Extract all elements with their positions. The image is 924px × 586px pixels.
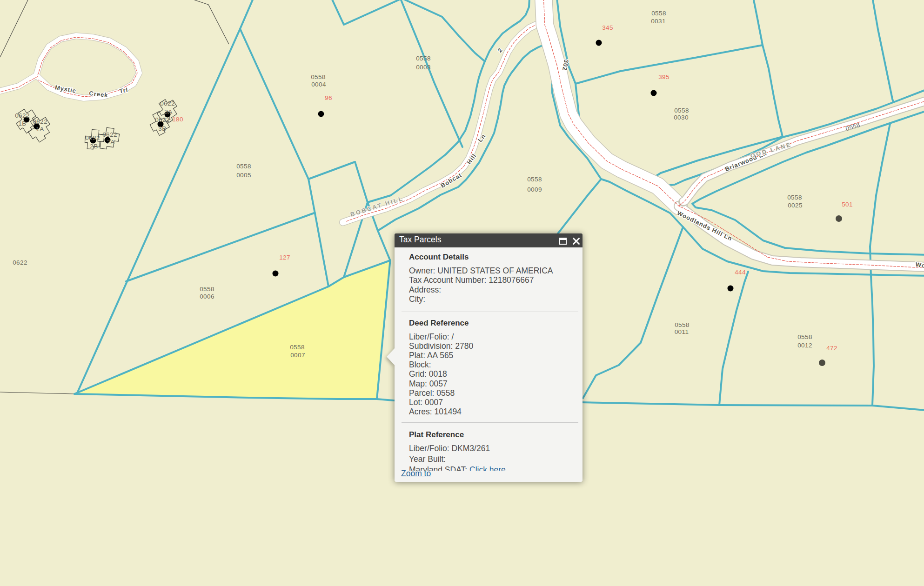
svg-text:0558: 0558: [200, 286, 214, 293]
svg-text:0030: 0030: [674, 114, 689, 121]
svg-text:0622: 0622: [33, 118, 47, 125]
svg-text:1B: 1B: [18, 120, 26, 127]
svg-text:Trl: Trl: [119, 87, 129, 94]
svg-text:0558: 0558: [674, 107, 689, 114]
svg-text:2A: 2A: [107, 139, 114, 146]
svg-text:0006: 0006: [200, 293, 214, 300]
svg-text:0622: 0622: [155, 116, 170, 123]
svg-text:2B: 2B: [90, 143, 98, 150]
svg-text:0558: 0558: [651, 10, 666, 17]
svg-text:96: 96: [325, 94, 332, 101]
svg-text:0011: 0011: [675, 328, 689, 335]
svg-text:0031: 0031: [651, 18, 666, 25]
svg-text:0558: 0558: [236, 163, 251, 170]
svg-text:0622: 0622: [15, 112, 30, 119]
svg-text:0558: 0558: [797, 333, 812, 340]
svg-text:501: 501: [842, 201, 853, 208]
svg-text:Woodlands Hill Ln: Woodlands Hill Ln: [676, 209, 734, 242]
svg-text:0003: 0003: [416, 64, 431, 71]
svg-text:127: 127: [279, 254, 290, 261]
svg-text:0007: 0007: [290, 352, 305, 359]
svg-text:2: 2: [496, 47, 504, 54]
svg-text:395: 395: [658, 73, 670, 80]
svg-text:0558: 0558: [416, 55, 431, 62]
svg-text:180: 180: [172, 116, 183, 123]
svg-text:0025: 0025: [788, 202, 803, 209]
svg-text:0558: 0558: [527, 176, 542, 183]
svg-text:345: 345: [602, 24, 613, 31]
svg-text:0012: 0012: [797, 342, 812, 349]
svg-text:0622: 0622: [160, 100, 175, 107]
svg-text:3A: 3A: [164, 108, 172, 115]
svg-text:0558: 0558: [787, 194, 802, 201]
svg-text:0558: 0558: [675, 321, 690, 328]
svg-text:472: 472: [826, 345, 837, 352]
svg-text:0622: 0622: [85, 134, 100, 141]
svg-text:0558: 0558: [290, 344, 305, 351]
svg-text:0005: 0005: [236, 172, 251, 179]
svg-text:3B: 3B: [158, 125, 166, 132]
svg-text:0004: 0004: [311, 81, 326, 88]
svg-text:0558: 0558: [311, 73, 326, 80]
svg-text:0622: 0622: [102, 131, 117, 138]
svg-text:0009: 0009: [527, 186, 542, 193]
svg-text:0622: 0622: [13, 259, 27, 266]
svg-text:444: 444: [735, 269, 746, 276]
svg-text:1A: 1A: [36, 126, 44, 133]
